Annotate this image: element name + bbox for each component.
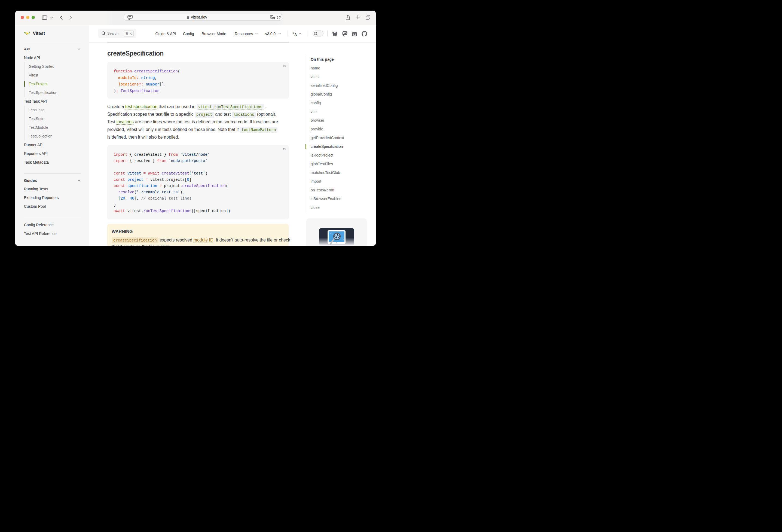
svg-text:A: A (294, 33, 297, 36)
svg-text:A: A (271, 15, 272, 18)
